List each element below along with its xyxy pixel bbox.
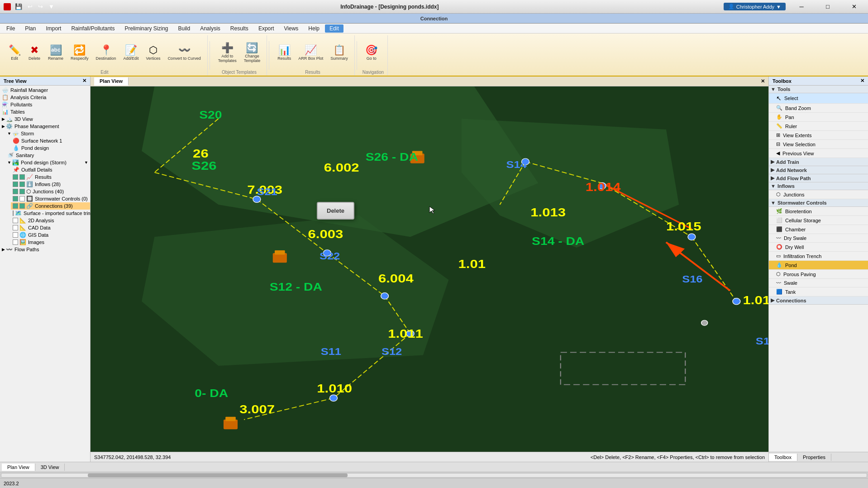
surface-checkbox[interactable] (13, 211, 14, 216)
tree-pond-design[interactable]: 💧 Pond design (11, 144, 90, 152)
ribbon-delete-button[interactable]: ✖ Delete (25, 44, 43, 62)
inflows-checkbox2[interactable] (19, 182, 25, 187)
horizontal-scrollbar[interactable] (1, 473, 867, 478)
user-dropdown-icon[interactable]: ▼ (776, 4, 781, 10)
tree-sw-controls[interactable]: 🔲 Stormwater Controls (0) (11, 195, 90, 202)
ribbon-vertices-button[interactable]: ⬡ Vertices (143, 44, 163, 62)
cad-checkbox[interactable] (13, 225, 18, 230)
menu-edit[interactable]: Edit (325, 24, 343, 33)
results-checkbox2[interactable] (19, 174, 25, 180)
3dview-chevron[interactable]: ▶ (2, 117, 5, 121)
toolbox-item-ruler[interactable]: 📏 Ruler (769, 122, 868, 131)
pond-storm-dropdown[interactable]: ▼ (84, 160, 88, 165)
phase-chevron[interactable]: ▶ (2, 124, 5, 129)
tree-phasemanagement[interactable]: ▶ ⚙️ Phase Management (0, 123, 90, 130)
sw-controls-checkbox2[interactable] (19, 196, 25, 201)
toolbox-item-select[interactable]: ↖ Select (769, 93, 868, 104)
quick-more[interactable]: ▼ (47, 3, 56, 10)
sw-controls-checkbox[interactable] (13, 196, 18, 201)
menu-preliminary[interactable]: Preliminary Sizing (120, 24, 172, 33)
tree-2danalysis[interactable]: 📐 2D Analysis (11, 217, 90, 224)
tree-pond-storm[interactable]: ▼ 🏞️ Pond design (Storm) ▼ (5, 159, 90, 166)
2danalysis-checkbox[interactable] (13, 218, 18, 223)
toolbox-item-pan[interactable]: ✋ Pan (769, 113, 868, 122)
toolbox-item-tank[interactable]: 🟦 Tank (769, 287, 868, 297)
toolbox-item-porouspaving[interactable]: ⬡ Porous Paving (769, 270, 868, 279)
scrollbar-area[interactable] (0, 472, 868, 478)
tree-3dview[interactable]: ▶ 🏔️ 3D View (0, 115, 90, 123)
toolbox-section-connections[interactable]: ▶ Connections (769, 297, 868, 305)
flowpaths-chevron[interactable]: ▶ (2, 247, 5, 252)
pond-storm-chevron[interactable]: ▼ (7, 160, 11, 165)
tree-sanitary[interactable]: 🚿 Sanitary (5, 152, 90, 159)
menu-export[interactable]: Export (254, 24, 279, 33)
toolbox-item-prevview[interactable]: ◀ Previous View (769, 149, 868, 158)
toolbox-item-bandzoom[interactable]: 🔍 Band Zoom (769, 104, 868, 113)
tree-pollutants[interactable]: ⚗️ Pollutants (0, 101, 90, 108)
minimize-button[interactable]: ─ (791, 0, 812, 14)
junctions-checkbox[interactable] (13, 189, 18, 194)
tree-tables[interactable]: 📊 Tables (0, 108, 90, 115)
toolbox-section-addtrain[interactable]: ▶ Add Train (769, 158, 868, 166)
tree-results[interactable]: 📈 Results (11, 173, 90, 181)
tree-outfall[interactable]: 📌 Outfall Details (11, 166, 90, 173)
tree-surface-imported[interactable]: 🗺️ Surface - imported surface trimmed (11, 210, 90, 217)
canvas-area[interactable]: 7.003 6.002 6.003 6.004 1.011 1.010 3.00… (91, 86, 768, 452)
tab-planview[interactable]: Plan View (94, 77, 129, 86)
ribbon-edit-button[interactable]: ✏️ Edit (5, 44, 24, 62)
tree-surface-network[interactable]: 🔴 Surface Network 1 (11, 137, 90, 144)
ribbon-destination-button[interactable]: 📍 Destination (93, 44, 119, 62)
quick-redo[interactable]: ↪ (37, 3, 44, 10)
ribbon-results-button[interactable]: 📊 Results (275, 44, 294, 62)
toolbox-item-drywell[interactable]: ⭕ Dry Well (769, 243, 868, 252)
toolbox-section-addnetwork[interactable]: ▶ Add Network (769, 166, 868, 174)
ribbon-goto-button[interactable]: 🎯 Go to (362, 44, 381, 62)
tree-rainfall[interactable]: 🌧️ Rainfall Manager (0, 86, 90, 94)
toolbox-section-swcontrols[interactable]: ▼ Stormwater Controls (769, 199, 868, 207)
tree-storm[interactable]: ▼ ⛈️ Storm (5, 130, 90, 137)
connections-checkbox2[interactable] (19, 203, 25, 209)
toolbox-item-pond[interactable]: 💧 Pond (769, 261, 868, 270)
ribbon-summary-button[interactable]: 📋 Summary (328, 44, 351, 62)
tree-junctions[interactable]: ⬡ Junctions (40) (11, 188, 90, 195)
tree-flowpaths[interactable]: ▶ 〰️ Flow Paths (0, 246, 90, 253)
tree-images[interactable]: 🖼️ Images (11, 239, 90, 246)
maximize-button[interactable]: □ (817, 0, 838, 14)
connections-checkbox[interactable] (13, 203, 18, 209)
quick-undo[interactable]: ↩ (26, 3, 34, 10)
ribbon-rename-button[interactable]: 🔤 Rename (45, 44, 66, 62)
menu-help[interactable]: Help (304, 24, 324, 33)
toolbox-item-viewextents[interactable]: ⊞ View Extents (769, 131, 868, 140)
toolbox-item-junctions[interactable]: ⬡ Junctions (769, 190, 868, 199)
tree-inflows[interactable]: ⬇️ Inflows (28) (11, 181, 90, 188)
plan-view[interactable]: Plan View ✕ (91, 77, 768, 462)
menu-analysis[interactable]: Analysis (196, 24, 225, 33)
tree-analysis[interactable]: 📋 Analysis Criteria (0, 94, 90, 101)
toolbox-item-viewselection[interactable]: ⊟ View Selection (769, 140, 868, 149)
toolbox-item-chamber[interactable]: ⬛ Chamber (769, 225, 868, 234)
menu-rainfall[interactable]: Rainfall/Pollutants (67, 24, 119, 33)
storm-chevron[interactable]: ▼ (7, 131, 11, 136)
delete-popup[interactable]: Delete (317, 202, 354, 220)
tab-toolbox[interactable]: Toolbox (769, 454, 797, 461)
ribbon-changetemplate-button[interactable]: 🔄 ChangeTemplate (241, 42, 263, 64)
ribbon-respecify-button[interactable]: 🔁 Respecify (68, 44, 91, 62)
inflows-checkbox[interactable] (13, 182, 18, 187)
ribbon-addtemplate-button[interactable]: ➕ Add toTemplates (215, 42, 239, 64)
junctions-checkbox2[interactable] (19, 189, 25, 194)
tree-connections[interactable]: 🔗 Connections (39) (11, 202, 90, 210)
menu-views[interactable]: Views (280, 24, 303, 33)
tree-panel-close[interactable]: ✕ (82, 78, 86, 84)
bottom-tab-planview[interactable]: Plan View (2, 464, 35, 471)
menu-results[interactable]: Results (226, 24, 253, 33)
toolbox-section-addflowpath[interactable]: ▶ Add Flow Path (769, 174, 868, 182)
tree-gis[interactable]: 🌐 GIS Data (11, 231, 90, 239)
toolbox-item-infiltration[interactable]: ▭ Infiltration Trench (769, 252, 868, 261)
bottom-tab-3dview[interactable]: 3D View (35, 464, 65, 471)
menu-file[interactable]: File (2, 24, 19, 33)
menu-import[interactable]: Import (41, 24, 66, 33)
toolbox-item-swale[interactable]: 〰 Swale (769, 279, 868, 287)
planview-close[interactable]: ✕ (761, 78, 765, 84)
scrollbar-thumb[interactable] (88, 474, 348, 477)
toolbox-item-bioretention[interactable]: 🌿 Bioretention (769, 207, 868, 216)
